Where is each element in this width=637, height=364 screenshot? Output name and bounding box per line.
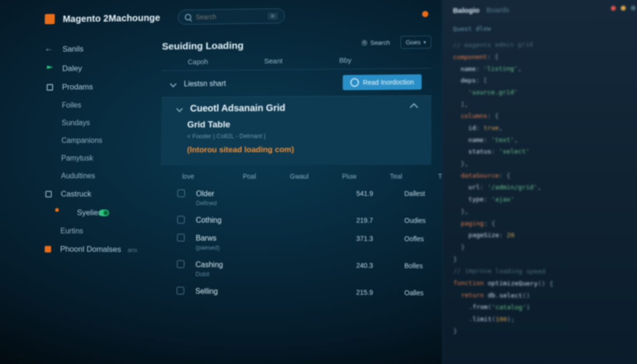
table-row[interactable]: CashingDobil240.3Bolles1dlm: [160, 255, 432, 284]
close-icon[interactable]: [611, 6, 616, 11]
col-header[interactable]: Teal: [390, 173, 434, 180]
expand-icon[interactable]: [631, 6, 636, 10]
table-row[interactable]: OlderDefined541.9Dallest1dlm: [161, 185, 431, 212]
arrow-up-icon[interactable]: [410, 103, 418, 111]
detail-panel: Grid Table < Fooder | Co82L - Delmant | …: [161, 118, 431, 165]
toolbar-filter-button[interactable]: Goes ▾: [400, 36, 431, 49]
sidebar: ← Sanils DaleyProdamsFoilesSundaysCampan…: [5, 33, 150, 364]
sidebar-item[interactable]: Castruck: [7, 185, 149, 204]
sidebar-item[interactable]: Audultines: [8, 167, 149, 185]
detail-warning: (Intorou sitead loading com): [187, 145, 415, 155]
checkbox[interactable]: [177, 216, 185, 224]
section-expanded-label: Cueotl Adsanain Grid: [190, 102, 285, 114]
search-input[interactable]: ⌘: [178, 8, 285, 25]
sidebar-item[interactable]: Eurtins: [7, 222, 148, 240]
checkbox[interactable]: [177, 287, 184, 294]
sidebar-item[interactable]: Phoonl Domalses ans: [7, 240, 148, 259]
row-label: Older: [196, 190, 252, 198]
sidebar-item-label: Phoonl Domalses: [60, 245, 121, 255]
detail-title: Grid Table: [187, 118, 415, 130]
chevron-down-icon: [176, 105, 183, 112]
badge-icon: [55, 208, 59, 212]
header: Magento 2Machounge ⌘: [9, 0, 442, 34]
sidebar-item[interactable]: Prodams: [9, 77, 150, 97]
sidebar-item-label: Castruck: [61, 190, 91, 199]
code-tab-active[interactable]: Balogio: [453, 3, 480, 17]
sidebar-item[interactable]: Sundays: [8, 114, 149, 132]
detail-breadcrumb: < Fooder | Co82L - Delmant |: [187, 132, 415, 140]
section-expanded[interactable]: Cueotl Adsanain Grid: [162, 96, 431, 119]
sidebar-item-label: Foiles: [62, 101, 81, 109]
sidebar-item-label: Campanions: [62, 136, 103, 145]
search-icon: ⦿: [361, 39, 367, 46]
code-panel: Balogio Boards Quest dlow // magento adm…: [442, 0, 637, 364]
checkbox[interactable]: [177, 190, 185, 197]
code-tab-inactive[interactable]: Boards: [486, 3, 510, 17]
code-body: // magento admin gridcomponent: { name: …: [453, 37, 637, 339]
col-header[interactable]: Piuw: [342, 173, 385, 180]
sidebar-item-label: Sundays: [62, 118, 90, 127]
section-collapsed[interactable]: Liestsn shart Read Inordoction: [162, 68, 431, 98]
sidebar-item[interactable]: Syelies: [7, 203, 149, 222]
chevron-down-icon: [170, 81, 177, 87]
row-label: Cashing: [195, 261, 252, 270]
flag-icon: [47, 65, 54, 72]
keyboard-shortcut-badge: ⌘: [267, 12, 278, 19]
brand-logo: [45, 14, 55, 24]
sidebar-back[interactable]: ← Sanils: [9, 39, 150, 59]
search-icon: [185, 14, 191, 20]
warn-icon: [45, 246, 51, 253]
sidebar-item-label: Syelies: [77, 208, 102, 218]
search-field[interactable]: [196, 12, 263, 21]
section-label: Liestsn shart: [184, 79, 226, 88]
col-header[interactable]: love: [182, 173, 238, 180]
sidebar-item[interactable]: Pamytusk: [8, 149, 149, 167]
col-header[interactable]: Gwaul: [290, 173, 337, 180]
grid-header: love Poal Gwaul Piuw Teal Teal: [161, 165, 431, 185]
row-sublabel: Dobil: [195, 271, 252, 278]
sidebar-item-label: Pamytusk: [61, 154, 93, 163]
sidebar-item-label: Daley: [62, 64, 82, 73]
main-content: Seuiding Loading ⦿ Search Goes ▾ Capoh: [147, 29, 442, 364]
tab-2[interactable]: Seant: [264, 57, 282, 65]
toolbar-search-button[interactable]: ⦿ Search: [356, 36, 395, 49]
toggle-icon: [99, 209, 109, 216]
sidebar-item[interactable]: Campanions: [8, 131, 149, 149]
tab-3[interactable]: Bby: [339, 56, 352, 64]
sidebar-back-label: Sanils: [63, 45, 84, 54]
sidebar-item-label: Eurtins: [60, 227, 83, 236]
sidebar-item[interactable]: Daley: [9, 59, 150, 79]
page-title: Seuiding Loading: [162, 39, 244, 52]
checkbox[interactable]: [177, 234, 185, 241]
sidebar-item[interactable]: Foiles: [9, 96, 150, 114]
table-row[interactable]: Selling215.9Oalles1dlm: [160, 282, 431, 303]
code-subtitle: Quest dlow: [453, 21, 636, 35]
table-row[interactable]: Barws(paesed)371.3Oofles7dlm: [160, 229, 431, 257]
row-sublabel: (paesed): [196, 244, 252, 252]
sidebar-item-label: Prodams: [62, 82, 93, 92]
table-row[interactable]: Cothing219.7Oudies1dlm: [161, 211, 432, 230]
notification-icon[interactable]: [422, 11, 428, 17]
tab-1[interactable]: Capoh: [188, 57, 208, 65]
row-sublabel: Defined: [196, 200, 252, 207]
col-header[interactable]: Poal: [243, 173, 285, 180]
primary-action-button[interactable]: Read Inordoction: [343, 74, 421, 90]
row-label: Cothing: [196, 216, 252, 225]
chevron-down-icon: ▾: [424, 39, 426, 45]
square-icon: [46, 84, 53, 91]
arrow-left-icon: ←: [45, 46, 53, 54]
grid-icon: [46, 191, 52, 198]
brand-title: Magento 2Machounge: [63, 12, 161, 24]
row-label: Barws: [196, 234, 252, 243]
checkbox[interactable]: [177, 260, 184, 268]
row-label: Selling: [195, 287, 252, 296]
sidebar-item-label: Audultines: [61, 172, 95, 180]
minimize-icon[interactable]: [621, 6, 626, 10]
